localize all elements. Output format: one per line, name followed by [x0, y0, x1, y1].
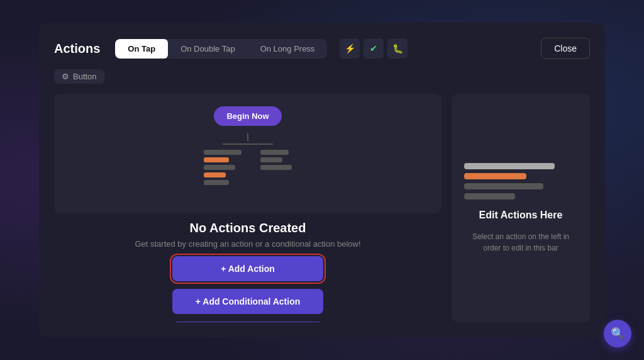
add-action-button[interactable]: + Add Action — [172, 256, 323, 281]
check-icon-button[interactable]: ✔ — [364, 38, 384, 59]
close-button[interactable]: Close — [541, 38, 590, 59]
modal-body: Begin Now — [54, 94, 590, 322]
edit-panel-subtitle: Select an action on the left in order to… — [464, 231, 577, 254]
component-label: Button — [73, 72, 97, 81]
branch-right — [260, 150, 292, 185]
edit-bar-4 — [464, 193, 515, 200]
edit-bar-3 — [464, 183, 543, 189]
begin-now-button[interactable]: Begin Now — [214, 106, 281, 126]
flow-branches — [204, 150, 292, 185]
bar-5 — [204, 180, 229, 185]
trigger-icon-button[interactable]: ⚡ — [340, 38, 360, 59]
actions-modal: Actions On Tap On Double Tap On Long Pre… — [39, 23, 605, 337]
modal-title: Actions — [54, 42, 100, 56]
branch-left — [204, 150, 242, 185]
bar-2 — [204, 157, 229, 162]
bar-r1 — [260, 150, 289, 155]
component-tag: ⚙ Button — [54, 69, 104, 84]
bar-r2 — [260, 157, 282, 162]
edit-preview — [464, 163, 577, 200]
edit-panel-title: Edit Actions Here — [479, 210, 563, 221]
modal-header: Actions On Tap On Double Tap On Long Pre… — [54, 38, 590, 59]
bar-r3 — [260, 165, 292, 170]
left-panel: Begin Now — [54, 94, 441, 322]
edit-bar-1 — [464, 163, 555, 169]
flow-line — [247, 133, 248, 141]
no-actions-subtitle: Get started by creating an action or a c… — [135, 239, 360, 249]
tab-on-long-press[interactable]: On Long Press — [248, 39, 328, 59]
bar-4 — [204, 172, 226, 177]
flow-horizontal — [223, 143, 273, 145]
edit-bar-2 — [464, 173, 526, 179]
empty-state: No Actions Created Get started by creati… — [135, 221, 360, 249]
tab-group: On Tap On Double Tap On Long Press — [115, 39, 327, 59]
add-loop-button[interactable]: + Add Loop — [172, 322, 323, 322]
tab-on-double-tap[interactable]: On Double Tap — [168, 39, 248, 59]
fab-search-button[interactable]: 🔍 — [604, 320, 631, 347]
right-panel: Edit Actions Here Select an action on th… — [452, 94, 590, 322]
add-conditional-action-button[interactable]: + Add Conditional Action — [172, 289, 323, 314]
component-icon: ⚙ — [62, 72, 69, 81]
search-icon: 🔍 — [611, 327, 625, 340]
no-actions-title: No Actions Created — [135, 221, 360, 235]
tab-on-tap[interactable]: On Tap — [115, 39, 168, 59]
bar-1 — [204, 150, 242, 155]
flow-diagram — [67, 133, 429, 185]
preview-area: Begin Now — [54, 94, 441, 213]
icon-group: ⚡ ✔ 🐛 — [340, 38, 408, 59]
bug-icon-button[interactable]: 🐛 — [387, 38, 408, 59]
bar-3 — [204, 165, 235, 170]
